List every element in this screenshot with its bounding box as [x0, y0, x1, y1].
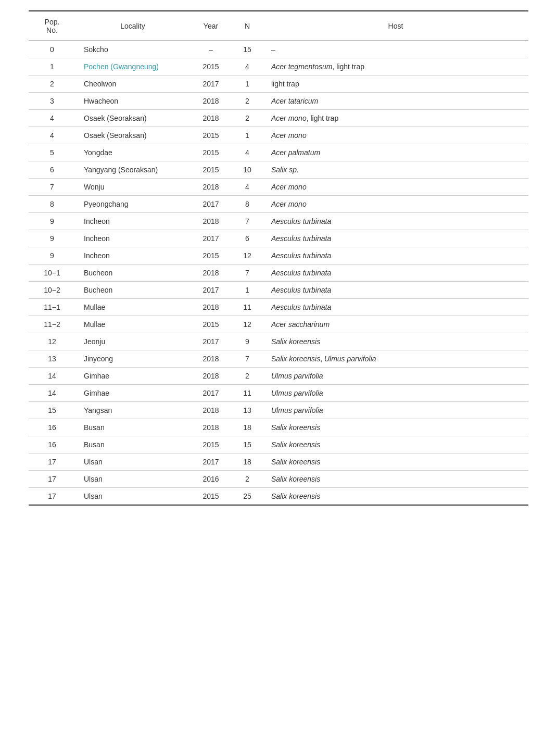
- cell-pop: 13: [29, 350, 75, 368]
- cell-locality: Incheon: [75, 247, 190, 264]
- table-row: 17Ulsan201525Salix koreensis: [29, 488, 528, 506]
- cell-locality: Incheon: [75, 213, 190, 230]
- cell-host: Acer mono: [263, 196, 528, 213]
- cell-locality: Osaek (Seoraksan): [75, 127, 190, 144]
- cell-host: Aesculus turbinata: [263, 213, 528, 230]
- cell-locality: Busan: [75, 436, 190, 453]
- table-row: 2Cheolwon20171light trap: [29, 75, 528, 93]
- col-header-host: Host: [263, 11, 528, 41]
- cell-host: Ulmus parvifolia: [263, 402, 528, 419]
- table-row: 10−2Bucheon20171Aesculus turbinata: [29, 282, 528, 299]
- cell-n: 4: [232, 179, 263, 196]
- cell-host: Ulmus parvifolia: [263, 385, 528, 402]
- cell-year: 2017: [190, 282, 232, 299]
- table-row: 17Ulsan201718Salix koreensis: [29, 453, 528, 471]
- cell-locality: Bucheon: [75, 282, 190, 299]
- cell-n: 13: [232, 402, 263, 419]
- table-row: 0Sokcho–15–: [29, 41, 528, 58]
- cell-locality: Gimhae: [75, 385, 190, 402]
- cell-pop: 4: [29, 127, 75, 144]
- cell-year: 2017: [190, 333, 232, 350]
- cell-year: 2015: [190, 247, 232, 264]
- cell-year: 2017: [190, 453, 232, 471]
- cell-host: Salix koreensis, Ulmus parvifolia: [263, 350, 528, 368]
- cell-year: 2017: [190, 230, 232, 247]
- table-row: 9Incheon201512Aesculus turbinata: [29, 247, 528, 264]
- cell-pop: 2: [29, 75, 75, 93]
- cell-pop: 9: [29, 230, 75, 247]
- cell-locality: Incheon: [75, 230, 190, 247]
- cell-locality: Sokcho: [75, 41, 190, 58]
- cell-host: Aesculus turbinata: [263, 247, 528, 264]
- cell-pop: 17: [29, 453, 75, 471]
- cell-locality: Wonju: [75, 179, 190, 196]
- cell-pop: 4: [29, 110, 75, 127]
- cell-host: Aesculus turbinata: [263, 299, 528, 316]
- cell-host: Acer tataricum: [263, 93, 528, 110]
- cell-n: 7: [232, 350, 263, 368]
- cell-pop: 14: [29, 385, 75, 402]
- cell-locality: Gimhae: [75, 368, 190, 385]
- cell-n: 1: [232, 282, 263, 299]
- cell-n: 11: [232, 385, 263, 402]
- cell-n: 18: [232, 419, 263, 436]
- table-row: 9Incheon20187Aesculus turbinata: [29, 213, 528, 230]
- cell-pop: 12: [29, 333, 75, 350]
- cell-host: Acer mono: [263, 127, 528, 144]
- cell-n: 1: [232, 127, 263, 144]
- table-row: 11−2Mullae201512Acer saccharinum: [29, 316, 528, 333]
- cell-n: 12: [232, 316, 263, 333]
- cell-year: 2018: [190, 93, 232, 110]
- cell-host: Acer tegmentosum, light trap: [263, 58, 528, 75]
- cell-pop: 5: [29, 144, 75, 161]
- cell-n: 7: [232, 264, 263, 282]
- cell-year: 2018: [190, 419, 232, 436]
- table-row: 14Gimhae20182Ulmus parvifolia: [29, 368, 528, 385]
- table-row: 17Ulsan20162Salix koreensis: [29, 471, 528, 488]
- cell-locality: Ulsan: [75, 471, 190, 488]
- cell-n: 15: [232, 41, 263, 58]
- table-row: 4Osaek (Seoraksan)20182Acer mono, light …: [29, 110, 528, 127]
- cell-year: –: [190, 41, 232, 58]
- cell-n: 8: [232, 196, 263, 213]
- cell-n: 18: [232, 453, 263, 471]
- table-row: 7Wonju20184Acer mono: [29, 179, 528, 196]
- cell-locality: Jinyeong: [75, 350, 190, 368]
- table-row: 12Jeonju20179Salix koreensis: [29, 333, 528, 350]
- cell-year: 2018: [190, 264, 232, 282]
- cell-n: 4: [232, 144, 263, 161]
- cell-year: 2018: [190, 350, 232, 368]
- cell-year: 2015: [190, 436, 232, 453]
- cell-pop: 11−2: [29, 316, 75, 333]
- cell-year: 2018: [190, 402, 232, 419]
- cell-pop: 11−1: [29, 299, 75, 316]
- table-row: 16Busan201515Salix koreensis: [29, 436, 528, 453]
- cell-n: 25: [232, 488, 263, 506]
- cell-n: 1: [232, 75, 263, 93]
- cell-host: Aesculus turbinata: [263, 282, 528, 299]
- cell-pop: 16: [29, 436, 75, 453]
- cell-host: Salix koreensis: [263, 453, 528, 471]
- cell-pop: 10−2: [29, 282, 75, 299]
- cell-host: –: [263, 41, 528, 58]
- cell-locality: Yangsan: [75, 402, 190, 419]
- cell-pop: 15: [29, 402, 75, 419]
- cell-year: 2018: [190, 213, 232, 230]
- cell-locality: Yongdae: [75, 144, 190, 161]
- cell-year: 2015: [190, 488, 232, 506]
- cell-pop: 9: [29, 213, 75, 230]
- table-row: 3Hwacheon20182Acer tataricum: [29, 93, 528, 110]
- cell-year: 2015: [190, 127, 232, 144]
- cell-host: Aesculus turbinata: [263, 264, 528, 282]
- cell-locality: Mullae: [75, 299, 190, 316]
- cell-pop: 7: [29, 179, 75, 196]
- cell-pop: 0: [29, 41, 75, 58]
- table-row: 14Gimhae201711Ulmus parvifolia: [29, 385, 528, 402]
- cell-pop: 9: [29, 247, 75, 264]
- cell-locality: Busan: [75, 419, 190, 436]
- table-row: 15Yangsan201813Ulmus parvifolia: [29, 402, 528, 419]
- cell-year: 2015: [190, 58, 232, 75]
- cell-host: light trap: [263, 75, 528, 93]
- cell-n: 10: [232, 161, 263, 179]
- cell-year: 2017: [190, 385, 232, 402]
